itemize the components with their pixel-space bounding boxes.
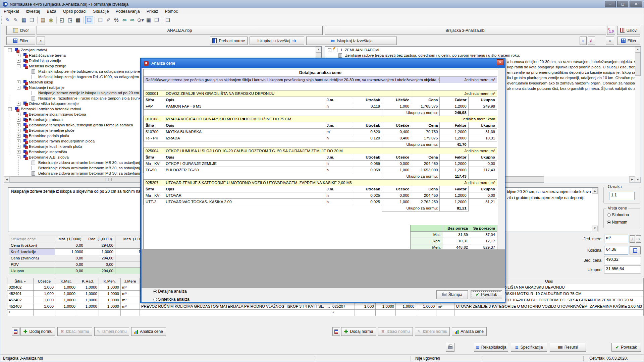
calculator-button[interactable] <box>630 246 641 254</box>
edit-doc-icon[interactable]: ✐ <box>104 16 112 24</box>
norm-col-učešće[interactable]: Učešće <box>34 278 55 284</box>
norm-cell[interactable]: m³ <box>121 284 140 291</box>
radio-detaljna-analiza[interactable]: Detaljna analiza <box>153 289 187 294</box>
norm-cell[interactable]: * <box>7 310 34 316</box>
norm-col-kmat[interactable]: K.Mat. <box>55 278 77 284</box>
expand-icon[interactable]: + <box>17 139 20 143</box>
norm-cell[interactable]: 452401 <box>7 291 34 297</box>
expand-icon[interactable]: + <box>17 134 20 138</box>
norm-cell[interactable]: 1,0000 <box>55 303 77 310</box>
expand-icon[interactable]: + <box>17 102 20 106</box>
kolicina-field[interactable]: 64,36 <box>604 246 628 255</box>
tree-item[interactable]: -Zemljani radovi <box>4 48 315 53</box>
percent-icon[interactable]: % <box>112 16 120 24</box>
minimize-button[interactable]: ─ <box>605 1 616 7</box>
list-view-button[interactable]: ≡ <box>580 37 587 45</box>
norm-cell[interactable]: 1,0000 <box>77 303 99 310</box>
close-button[interactable]: ✕ <box>630 1 642 7</box>
stamp-icon[interactable]: ◉ <box>47 16 55 24</box>
prebaci-norme-button[interactable]: Prebaci norme <box>210 37 248 45</box>
norm-col-krad[interactable]: K.Rad. <box>77 278 99 284</box>
norm-col-šifra[interactable]: Šifra▼ <box>7 278 34 284</box>
norm-cell[interactable] <box>355 310 375 316</box>
norm-cell[interactable]: 1,000 <box>34 297 55 303</box>
menu-projekat[interactable]: Projekat <box>0 8 22 15</box>
norm-cell[interactable]: m³ <box>121 291 140 297</box>
norm-cell[interactable]: 1,000 <box>34 291 55 297</box>
clear-filter-button-left[interactable]: x <box>37 37 45 45</box>
norm-cell[interactable] <box>34 310 55 316</box>
norm-cell[interactable] <box>454 310 644 316</box>
norm-cell[interactable]: 1,0000 <box>77 284 99 291</box>
menu-situacije[interactable]: Situacije <box>90 8 112 15</box>
norm-cell[interactable] <box>77 310 99 316</box>
povratak-dialog-button[interactable]: ✔ Povratak <box>471 290 502 299</box>
norm-cell[interactable]: 1,0000 <box>77 297 99 303</box>
stampa-button[interactable]: Štampa <box>436 290 468 299</box>
save-icon[interactable]: ▦ <box>20 16 28 24</box>
search-dropdown-icon[interactable]: ⊙▾ <box>137 16 145 24</box>
left-tree-scroll-left[interactable]: ◀ <box>4 176 10 183</box>
norm-cell[interactable]: 025207 <box>331 303 355 310</box>
norm-cell[interactable]: * <box>331 310 355 316</box>
copy-icon[interactable]: ❐ <box>153 16 161 24</box>
clear-filter-button-right[interactable]: x <box>606 37 614 45</box>
menu-izveštaj[interactable]: Izveštaj <box>22 8 43 15</box>
povratak-main-button[interactable]: ✔ Povratak <box>611 343 641 352</box>
iskopiraj-u-izvestaj-button[interactable]: Iskopiraj u izveštaj ➔ <box>250 37 304 45</box>
right-tree-vthumb[interactable] <box>635 52 641 76</box>
tree-item[interactable]: -1. ZEMLJANI RADOVI <box>325 48 635 53</box>
norm-resources-button[interactable] <box>332 327 340 336</box>
norm-cell[interactable]: 1,0000 <box>55 284 77 291</box>
list-exclude-button[interactable]: ≢ <box>588 37 595 45</box>
right-desc-scroll-up[interactable]: ▲ <box>592 188 598 194</box>
unit-power2-button[interactable]: 2 <box>630 235 635 243</box>
jed-mere-field[interactable]: m³ <box>604 235 628 243</box>
left-file-header[interactable]: ANALIZA.nbp <box>37 26 323 35</box>
collapse-icon[interactable]: - <box>8 48 12 52</box>
collapse-icon[interactable]: - <box>328 48 331 52</box>
menu-pomoć[interactable]: Pomoć <box>162 8 181 15</box>
collapse-icon[interactable]: - <box>17 86 20 89</box>
norm-cell[interactable]: m³ <box>436 303 454 310</box>
print-icon[interactable]: ▣ <box>145 16 153 24</box>
left-tree-scroll-up[interactable]: ▲ <box>316 47 321 52</box>
norm-cell[interactable] <box>375 310 395 316</box>
report-settings-icon[interactable]: ❏ <box>164 16 172 24</box>
norm-cell[interactable]: m³ <box>121 303 140 310</box>
expand-icon[interactable]: + <box>17 145 20 148</box>
right-tree-scroll-right[interactable]: ▶ <box>629 176 635 183</box>
norm-cell[interactable]: 1,0000 <box>55 291 77 297</box>
document-icon[interactable]: ❏ <box>96 16 104 24</box>
norm-cell[interactable]: 1,0000 <box>77 291 99 297</box>
oznaka-field[interactable]: 1.1 <box>609 192 635 200</box>
izmeni-normu-button[interactable]: ✎Izmeni normu <box>415 327 450 336</box>
norm-cell[interactable] <box>416 310 436 316</box>
menu-podešavanja[interactable]: Podešavanja <box>112 8 143 15</box>
analiza-cene-button[interactable]: Analiza cene <box>131 327 166 336</box>
forward-arrow-icon[interactable]: ⇨ <box>128 16 137 24</box>
norm-cell[interactable] <box>140 310 332 316</box>
split-view-icon[interactable]: ❏ <box>85 16 93 24</box>
radio-normom[interactable]: Normom <box>607 220 627 225</box>
norm-cell[interactable]: PREVOZ RUČNIM KOLICIMA GRUDASTOG MATERIJ… <box>140 303 332 310</box>
right-file-header[interactable]: Brsjacka 3-Analiza.nbi <box>325 26 606 35</box>
radio-slobodna[interactable]: Slobodna <box>607 213 629 217</box>
new-report-icon[interactable]: ✎ <box>4 16 12 24</box>
izbaci-normu-button[interactable]: ✖Izbaci normu <box>378 327 413 336</box>
norm-cell[interactable] <box>121 310 140 316</box>
dodaj-normu-button[interactable]: ✚Dodaj normu <box>341 327 376 336</box>
collapse-icon[interactable]: - <box>17 64 20 68</box>
unit-power3-button[interactable]: 3 <box>636 235 641 243</box>
filter-button-right[interactable]: Filter <box>617 37 640 45</box>
right-desc-scroll-down[interactable]: ▼ <box>592 226 598 231</box>
norm-resources-button[interactable] <box>12 327 19 336</box>
norm-cell[interactable] <box>55 310 77 316</box>
expand-icon[interactable]: + <box>17 129 20 132</box>
specifikacija-button[interactable]: ≣ Specifikacija <box>511 343 547 352</box>
dialog-close-button[interactable]: ✕ <box>497 59 503 65</box>
norm-cell[interactable]: UTOVAR ZEMLJE 3 KATEGORIJE U MOTORNO VOZ… <box>454 303 644 310</box>
collapse-icon[interactable]: - <box>8 107 12 111</box>
collapse-icon[interactable]: - <box>17 156 20 159</box>
expand-icon[interactable]: + <box>17 54 20 57</box>
